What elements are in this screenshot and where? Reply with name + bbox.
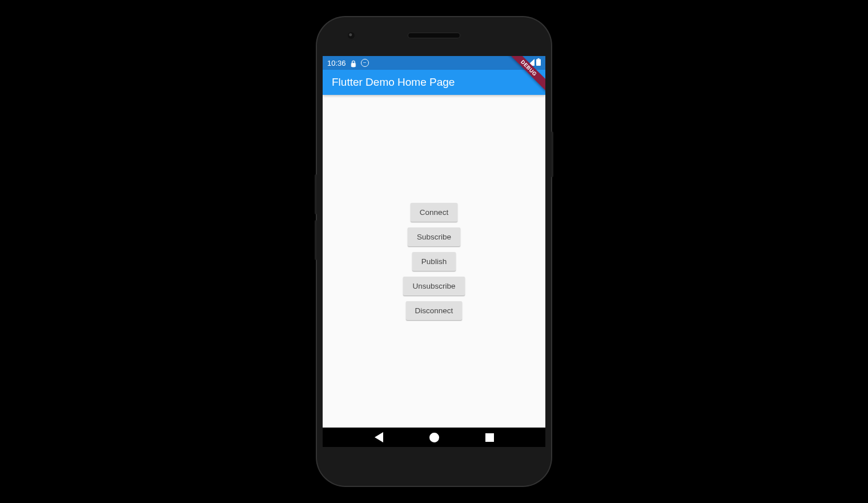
wifi-icon <box>517 59 525 67</box>
android-nav-bar <box>323 428 545 447</box>
volume-up-button <box>315 174 317 214</box>
volume-down-button <box>315 220 317 260</box>
nav-recent-icon[interactable] <box>485 433 494 442</box>
connect-button[interactable]: Connect <box>411 203 457 222</box>
app-bar: Flutter Demo Home Page <box>323 70 545 95</box>
publish-button[interactable]: Publish <box>412 252 456 271</box>
battery-icon <box>536 58 541 67</box>
phone-bezel-top <box>323 23 545 56</box>
svg-rect-0 <box>538 58 540 59</box>
subscribe-button[interactable]: Subscribe <box>408 227 460 246</box>
phone-frame: DEBUG 10:36 Flutter D <box>317 17 551 486</box>
app-body: Connect Subscribe Publish Unsubscribe Di… <box>323 95 545 428</box>
do-not-disturb-icon <box>361 59 369 67</box>
status-right <box>517 58 541 67</box>
page-title: Flutter Demo Home Page <box>332 76 455 89</box>
unsubscribe-button[interactable]: Unsubscribe <box>403 277 464 296</box>
status-bar: 10:36 <box>323 56 545 70</box>
nav-home-icon[interactable] <box>429 433 439 442</box>
nav-back-icon[interactable] <box>375 432 383 442</box>
signal-icon <box>527 59 535 67</box>
status-time: 10:36 <box>327 59 346 67</box>
status-left: 10:36 <box>327 59 369 67</box>
lock-icon <box>349 59 357 67</box>
screen: DEBUG 10:36 Flutter D <box>323 56 545 447</box>
svg-rect-1 <box>536 59 541 66</box>
disconnect-button[interactable]: Disconnect <box>406 301 463 320</box>
power-button <box>551 131 553 177</box>
phone-bezel-bottom <box>323 447 545 480</box>
